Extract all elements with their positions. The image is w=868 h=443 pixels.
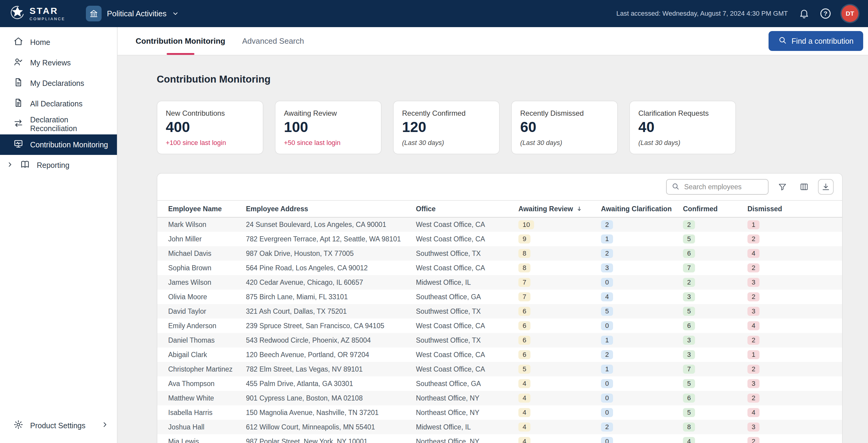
cell-dismissed-badge: 1 xyxy=(747,350,760,359)
column-header-employee-address[interactable]: Employee Address xyxy=(246,200,416,217)
search-employees-box[interactable] xyxy=(666,179,769,195)
topbar: STAR COMPLIANCE Political Activities Las… xyxy=(0,0,868,27)
cell-dismissed-badge: 2 xyxy=(747,292,760,302)
cell-awaiting-review-badge: 6 xyxy=(518,350,530,359)
cell-employee-address: 782 Elm Street, Las Vegas, NV 89101 xyxy=(246,362,416,376)
column-label: Office xyxy=(416,205,435,213)
app-menu-political-activities[interactable]: Political Activities xyxy=(86,6,179,22)
column-header-awaiting-clarification[interactable]: Awaiting Clarification xyxy=(601,200,683,217)
column-header-awaiting-review[interactable]: Awaiting Review xyxy=(518,200,601,217)
table-row[interactable]: Christopher Martinez782 Elm Street, Las … xyxy=(157,362,842,376)
tab-contribution-monitoring[interactable]: Contribution Monitoring xyxy=(135,27,225,55)
star-logo-icon xyxy=(10,4,25,23)
column-label: Awaiting Review xyxy=(518,205,573,213)
cell-dismissed: 1 xyxy=(747,217,842,232)
columns-icon[interactable] xyxy=(796,179,812,195)
table-row[interactable]: Matthew White901 Cypress Lane, Boston, M… xyxy=(157,391,842,405)
cell-employee-address: 782 Evergreen Terrace, Apt 12, Seattle, … xyxy=(246,232,416,246)
column-header-office[interactable]: Office xyxy=(416,200,518,217)
cell-confirmed-badge: 5 xyxy=(683,234,695,244)
cell-awaiting-clarification-badge: 0 xyxy=(601,393,613,403)
cell-awaiting-review: 8 xyxy=(518,246,601,261)
brand-subtitle: COMPLIANCE xyxy=(30,17,65,21)
sidebar-item-label: All Declarations xyxy=(30,99,83,108)
cell-awaiting-clarification-badge: 0 xyxy=(601,379,613,388)
product-settings[interactable]: Product Settings xyxy=(0,415,117,436)
download-icon[interactable] xyxy=(818,179,834,195)
person-check-icon xyxy=(13,57,24,69)
stat-label: Recently Confirmed xyxy=(402,109,491,118)
table-row[interactable]: Mia Lewis987 Poplar Street, New York, NY… xyxy=(157,434,842,443)
table-row[interactable]: Emily Anderson239 Spruce Street, San Fra… xyxy=(157,319,842,333)
cell-confirmed: 5 xyxy=(683,304,747,319)
sidebar-item-all-declarations[interactable]: All Declarations xyxy=(0,93,117,114)
cell-awaiting-clarification: 4 xyxy=(601,290,683,304)
product-settings-label: Product Settings xyxy=(30,421,85,430)
tab-advanced-search[interactable]: Advanced Search xyxy=(242,27,304,55)
cell-awaiting-clarification-badge: 2 xyxy=(601,249,613,258)
search-employees-input[interactable] xyxy=(683,182,763,192)
bell-icon[interactable] xyxy=(799,8,809,19)
find-contribution-button[interactable]: Find a contribution xyxy=(769,31,863,51)
table-row[interactable]: David Taylor321 Ash Court, Dallas, TX 75… xyxy=(157,304,842,319)
column-header-employee-name[interactable]: Employee Name xyxy=(157,200,246,217)
table-row[interactable]: Olivia Moore875 Birch Lane, Miami, FL 33… xyxy=(157,290,842,304)
cell-awaiting-clarification: 0 xyxy=(601,319,683,333)
sidebar-item-reporting[interactable]: Reporting xyxy=(0,155,117,176)
sidebar-item-contribution-monitoring[interactable]: Contribution Monitoring xyxy=(0,134,117,155)
chevron-right-icon[interactable] xyxy=(7,161,13,170)
sidebar-item-my-declarations[interactable]: My Declarations xyxy=(0,73,117,93)
stat-card-clarification-requests: Clarification Requests 40 (Last 30 days) xyxy=(629,101,736,154)
cell-awaiting-review: 5 xyxy=(518,362,601,376)
active-tab-underline xyxy=(167,53,194,55)
cell-dismissed-badge: 2 xyxy=(747,437,760,443)
cell-confirmed: 6 xyxy=(683,246,747,261)
help-icon[interactable]: ? xyxy=(820,8,831,19)
cell-employee-name: Matthew White xyxy=(157,391,246,405)
cell-confirmed-badge: 7 xyxy=(683,365,695,374)
column-header-dismissed[interactable]: Dismissed xyxy=(747,200,842,217)
cell-awaiting-clarification-badge: 1 xyxy=(601,234,613,244)
table-row[interactable]: Abigail Clark120 Beech Avenue, Portland,… xyxy=(157,347,842,362)
stat-note: +50 since last login xyxy=(284,139,373,147)
table-row[interactable]: Joshua Hall612 Willow Court, Minneapolis… xyxy=(157,420,842,434)
sidebar-item-home[interactable]: Home xyxy=(0,32,117,53)
cell-awaiting-review-badge: 6 xyxy=(518,336,530,345)
cell-awaiting-review-badge: 6 xyxy=(518,307,530,316)
column-label: Employee Address xyxy=(246,205,308,213)
column-header-confirmed[interactable]: Confirmed xyxy=(683,200,747,217)
monitor-pulse-icon xyxy=(13,138,24,151)
stat-card-recently-confirmed: Recently Confirmed 120 (Last 30 days) xyxy=(393,101,500,154)
tab-label: Contribution Monitoring xyxy=(135,36,225,46)
column-label: Dismissed xyxy=(747,205,782,213)
stat-card-recently-dismissed: Recently Dismissed 60 (Last 30 days) xyxy=(511,101,618,154)
cell-awaiting-review: 7 xyxy=(518,275,601,290)
table-row[interactable]: James Wilson420 Cedar Avenue, Chicago, I… xyxy=(157,275,842,290)
cell-dismissed: 2 xyxy=(747,261,842,275)
cell-confirmed: 3 xyxy=(683,347,747,362)
sidebar-item-declaration-reconciliation[interactable]: Declaration Reconciliation xyxy=(0,114,117,134)
table-row[interactable]: Daniel Thomas543 Redwood Circle, Phoenix… xyxy=(157,333,842,347)
table-row[interactable]: Sophia Brown564 Pine Road, Los Angeles, … xyxy=(157,261,842,275)
table-row[interactable]: Isabella Harris150 Magnolia Avenue, Nash… xyxy=(157,405,842,420)
column-label: Confirmed xyxy=(683,205,718,213)
stat-value: 400 xyxy=(166,119,254,135)
table-row[interactable]: John Miller782 Evergreen Terrace, Apt 12… xyxy=(157,232,842,246)
cell-employee-address: 987 Oak Drive, Houston, TX 77005 xyxy=(246,246,416,261)
table-row[interactable]: Mark Wilson24 Sunset Boulevard, Los Ange… xyxy=(157,217,842,232)
cell-dismissed: 1 xyxy=(747,347,842,362)
cell-office: Midwest Office, IL xyxy=(416,420,518,434)
cell-awaiting-review: 7 xyxy=(518,290,601,304)
cell-awaiting-review: 4 xyxy=(518,376,601,391)
filter-icon[interactable] xyxy=(775,179,790,195)
cell-office: West Coast Office, CA xyxy=(416,362,518,376)
cell-confirmed: 7 xyxy=(683,362,747,376)
table-row[interactable]: Michael Davis987 Oak Drive, Houston, TX … xyxy=(157,246,842,261)
home-icon xyxy=(13,36,24,48)
sidebar-item-my-reviews[interactable]: My Reviews xyxy=(0,53,117,73)
cell-awaiting-clarification-badge: 1 xyxy=(601,336,613,345)
cell-employee-name: Mark Wilson xyxy=(157,217,246,232)
avatar[interactable]: DT xyxy=(841,5,858,22)
cell-awaiting-clarification-badge: 0 xyxy=(601,437,613,443)
table-row[interactable]: Ava Thompson455 Palm Drive, Atlanta, GA … xyxy=(157,376,842,391)
